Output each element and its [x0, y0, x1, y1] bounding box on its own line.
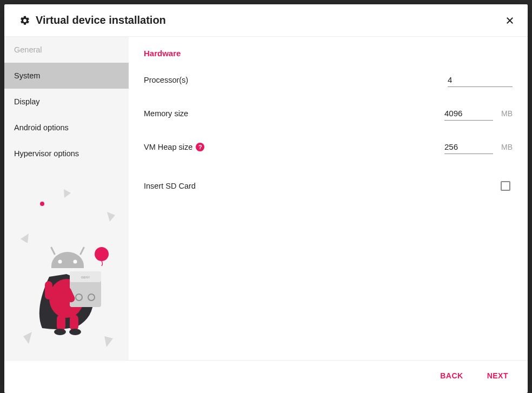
svg-point-24 [69, 329, 81, 335]
svg-point-7 [40, 202, 44, 206]
vm-heap-label-text: VM Heap size [144, 143, 192, 151]
sidebar-item-general[interactable]: General [4, 37, 129, 63]
sidebar-item-label: Android options [14, 123, 69, 132]
sidebar: General System Display Android options H… [4, 37, 129, 360]
sidebar-item-android-options[interactable]: Android options [4, 115, 129, 141]
vm-heap-label: VM Heap size ? [144, 143, 204, 151]
svg-rect-19 [45, 281, 52, 299]
vm-heap-unit: MB [496, 143, 513, 151]
processors-label: Processor(s) [144, 76, 188, 84]
next-button[interactable]: NEXT [483, 368, 513, 383]
svg-rect-22 [70, 315, 78, 331]
memory-label: Memory size [144, 109, 188, 118]
sdcard-checkbox[interactable] [501, 181, 510, 191]
main-panel: Hardware Processor(s) Memory size MB VM … [129, 37, 528, 360]
section-title-hardware: Hardware [144, 49, 513, 58]
sidebar-item-hypervisor-options[interactable]: Hypervisor options [4, 141, 129, 166]
svg-marker-2 [64, 189, 71, 198]
dialog-footer: BACK NEXT [4, 360, 528, 393]
dialog-header: Virtual device installation [4, 4, 528, 37]
row-sdcard: Insert SD Card [144, 169, 513, 203]
sidebar-item-label: Display [14, 97, 40, 106]
svg-point-12 [58, 260, 62, 264]
sidebar-item-display[interactable]: Display [4, 89, 129, 115]
memory-input[interactable] [444, 106, 493, 121]
sdcard-label: Insert SD Card [144, 182, 196, 190]
processors-input[interactable] [448, 73, 513, 87]
dialog-body: General System Display Android options H… [4, 37, 528, 360]
gear-icon [19, 15, 30, 26]
dialog-title: Virtual device installation [36, 14, 505, 26]
svg-marker-3 [107, 212, 115, 222]
svg-text:GENY: GENY [81, 276, 90, 279]
close-icon[interactable] [505, 16, 515, 25]
vm-heap-input[interactable] [444, 140, 493, 154]
svg-point-23 [54, 329, 66, 335]
row-processors: Processor(s) [144, 63, 513, 97]
sidebar-item-label: Hypervisor options [14, 149, 79, 158]
svg-point-13 [74, 260, 77, 264]
svg-point-8 [95, 247, 109, 261]
row-memory: Memory size MB [144, 97, 513, 130]
svg-line-10 [51, 248, 55, 254]
virtual-device-installation-dialog: Virtual device installation General Syst… [4, 4, 528, 393]
sidebar-item-label: System [14, 71, 40, 80]
back-button[interactable]: BACK [436, 368, 467, 383]
memory-unit: MB [496, 109, 513, 118]
row-vm-heap: VM Heap size ? MB [144, 130, 513, 164]
svg-line-11 [81, 248, 84, 254]
svg-rect-21 [57, 315, 65, 331]
svg-marker-5 [23, 332, 32, 344]
svg-marker-6 [104, 336, 113, 347]
sidebar-item-label: General [14, 45, 42, 54]
sidebar-item-system[interactable]: System [4, 63, 129, 89]
sidebar-illustration: GENY [4, 179, 129, 360]
help-icon[interactable]: ? [196, 143, 204, 151]
svg-marker-4 [21, 234, 29, 243]
